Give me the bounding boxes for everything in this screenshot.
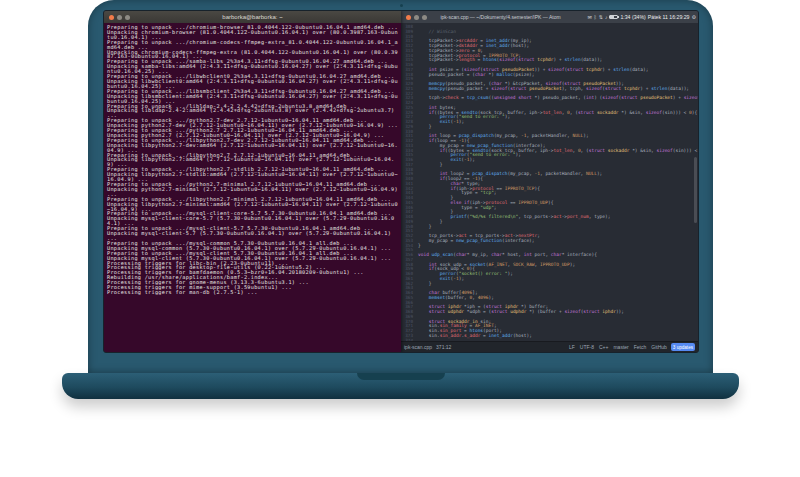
terminal-title: barborka@barborka: ~ xyxy=(104,14,401,20)
status-file[interactable]: ipk-scan.cpp xyxy=(404,344,432,350)
code-line: tcph->check = tcp_csum((unsigned short *… xyxy=(418,96,698,101)
bluetooth-icon[interactable]: ᛒ xyxy=(594,14,597,20)
laptop: barborka@barborka: ~ Preparing to unpack… xyxy=(0,0,800,477)
status-item[interactable]: master xyxy=(613,344,628,350)
terminal-line: Processing triggers for man-db (2.7.5-1)… xyxy=(107,290,398,295)
status-item[interactable]: C++ xyxy=(599,344,608,350)
editor-scrollbar[interactable] xyxy=(694,157,697,223)
updates-badge[interactable]: 3 updates xyxy=(671,343,695,351)
editor-gutter: 3083093103113123133143153163173183193203… xyxy=(401,23,415,341)
code-line: memcpy(pseudo_packet + sizeof(struct pse… xyxy=(418,87,698,92)
network-icon[interactable]: ⇅ xyxy=(599,14,603,20)
editor-minimize-button[interactable] xyxy=(414,15,419,20)
battery-icon[interactable] xyxy=(609,15,618,19)
editor-code[interactable]: // WinScan tcpPacket->srcAddr = inet_add… xyxy=(415,23,698,341)
status-right-items: LFUTF-8C++masterFetchGitHub xyxy=(569,344,667,350)
screen: barborka@barborka: ~ Preparing to unpack… xyxy=(103,10,699,353)
system-tray: ✉ᛒ⇅♪ 1:34 (34%) Pátek 11 16:29:29 ⚙ xyxy=(587,11,696,23)
terminal-minimize-button[interactable] xyxy=(117,15,122,20)
gear-icon[interactable]: ⚙ xyxy=(692,14,696,20)
sound-icon[interactable]: ♪ xyxy=(605,14,608,20)
mail-icon[interactable]: ✉ xyxy=(587,14,591,20)
terminal-close-button[interactable] xyxy=(109,15,114,20)
status-left: ipk-scan.cpp 371:12 xyxy=(404,344,451,350)
clock[interactable]: Pátek 11 16:29:29 xyxy=(648,14,690,20)
status-item[interactable]: LF xyxy=(569,344,575,350)
editor-main: 3083093103113123133143153163173183193203… xyxy=(401,23,698,341)
editor-titlebar: ipk-scan.cpp — ~/Dokumenty/4.semester/IP… xyxy=(401,11,698,23)
editor-statusbar: ipk-scan.cpp 371:12 LFUTF-8C++masterFetc… xyxy=(401,341,698,352)
line-number: 374 xyxy=(401,339,413,342)
status-item[interactable]: UTF-8 xyxy=(580,344,594,350)
status-item[interactable]: GitHub xyxy=(651,344,667,350)
editor-maximize-button[interactable] xyxy=(422,15,427,20)
battery-status[interactable]: 1:34 (34%) xyxy=(620,14,645,20)
editor-window-controls xyxy=(406,15,427,20)
editor-title: ipk-scan.cpp — ~/Dokumenty/4.semester/IP… xyxy=(415,14,586,20)
webcam xyxy=(400,4,403,7)
terminal-maximize-button[interactable] xyxy=(125,15,130,20)
terminal-titlebar: barborka@barborka: ~ xyxy=(104,11,401,23)
terminal-output[interactable]: Preparing to unpack .../chromium-browser… xyxy=(104,23,401,352)
laptop-base xyxy=(62,373,739,399)
terminal-window: barborka@barborka: ~ Preparing to unpack… xyxy=(104,11,401,352)
status-cursor-position[interactable]: 371:12 xyxy=(436,344,451,350)
terminal-window-controls xyxy=(109,15,130,20)
laptop-notch xyxy=(357,373,445,380)
laptop-lid: barborka@barborka: ~ Preparing to unpack… xyxy=(88,0,713,373)
code-line xyxy=(418,339,698,342)
status-item[interactable]: Fetch xyxy=(634,344,647,350)
editor-close-button[interactable] xyxy=(406,15,411,20)
tray-icons: ✉ᛒ⇅♪ xyxy=(587,14,607,20)
editor-window: ipk-scan.cpp — ~/Dokumenty/4.semester/IP… xyxy=(401,11,698,352)
